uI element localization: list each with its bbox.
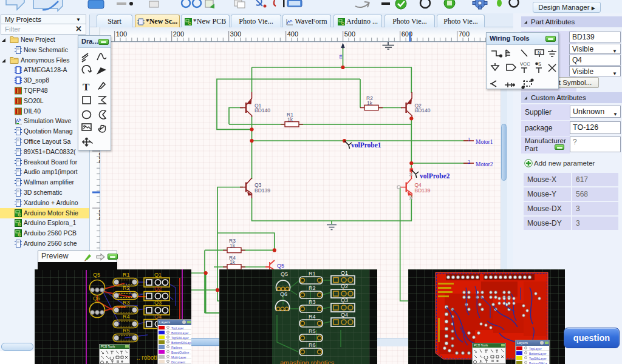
svg-text:R3: R3	[309, 299, 316, 305]
svg-text:Motor1: Motor1	[476, 139, 493, 145]
svg-text:Q6: Q6	[280, 291, 287, 297]
svg-text:R6: R6	[309, 342, 316, 348]
svg-text:1k: 1k	[367, 100, 373, 106]
svg-text:R2: R2	[123, 285, 130, 291]
svg-text:1: 1	[468, 136, 470, 143]
svg-text:Q1: Q1	[154, 272, 162, 278]
svg-text:Q4: Q4	[341, 312, 348, 318]
svg-text:Q4: Q4	[154, 314, 162, 320]
svg-text:Q6: Q6	[93, 295, 100, 302]
svg-text:amashing robotics: amashing robotics	[280, 359, 335, 364]
svg-text:BD139: BD139	[415, 187, 431, 194]
svg-text:T: T	[83, 81, 90, 93]
svg-text:R4: R4	[123, 314, 130, 320]
svg-text:BD140: BD140	[255, 107, 270, 113]
svg-text:m: m	[337, 55, 343, 59]
svg-text:R1: R1	[123, 272, 130, 278]
svg-text:Q5: Q5	[281, 271, 288, 277]
svg-text:BD140: BD140	[415, 107, 431, 113]
svg-text:2: 2	[468, 159, 470, 165]
svg-text:VCC: VCC	[520, 61, 530, 67]
svg-text:1k: 1k	[230, 259, 236, 265]
svg-text:1k: 1k	[287, 116, 293, 123]
svg-text:Q1: Q1	[341, 270, 348, 276]
svg-text:Q3: Q3	[341, 297, 348, 303]
svg-text:5: 5	[538, 61, 541, 67]
svg-text:R5: R5	[309, 328, 316, 334]
svg-text:1k: 1k	[230, 243, 236, 249]
svg-text:Motor2: Motor2	[476, 161, 493, 167]
svg-text:N: N	[538, 50, 541, 55]
svg-text:Q2: Q2	[154, 286, 162, 292]
svg-text:volProbe2: volProbe2	[420, 172, 450, 180]
svg-text:R5: R5	[123, 328, 130, 334]
svg-text:R4: R4	[309, 314, 316, 320]
svg-text:R2: R2	[309, 285, 316, 291]
svg-text:R3: R3	[123, 300, 130, 306]
svg-text:Q3: Q3	[154, 300, 162, 306]
svg-text:volProbe1: volProbe1	[351, 141, 381, 149]
svg-text:BD139: BD139	[255, 187, 270, 194]
svg-text:R1: R1	[309, 271, 316, 277]
svg-text:Q5: Q5	[277, 263, 284, 269]
svg-text:Q2: Q2	[341, 283, 348, 289]
svg-text:Q5: Q5	[93, 272, 100, 278]
